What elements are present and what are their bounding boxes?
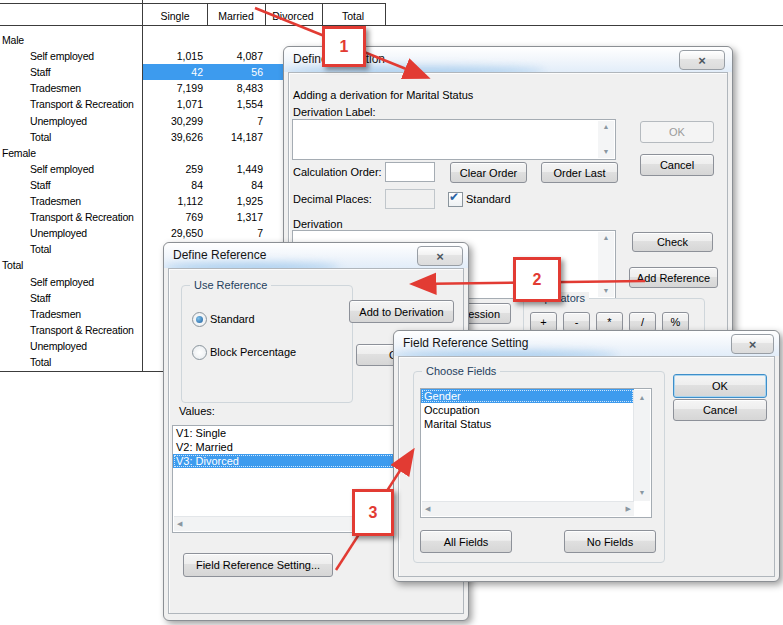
row-label: Total — [30, 129, 51, 145]
row-label: Total — [30, 241, 51, 257]
scroll-left-icon[interactable]: ◀ — [425, 503, 430, 515]
derivation-label-input[interactable]: ▲ ▼ — [292, 119, 616, 160]
add-reference-button[interactable]: Add Reference — [629, 267, 718, 288]
callout-box-1: 1 — [322, 26, 366, 67]
scroll-down-icon[interactable]: ▼ — [603, 285, 610, 297]
fields-list-item[interactable]: Marital Status — [421, 417, 634, 431]
check-icon: ✔ — [449, 190, 459, 204]
decimal-places-input[interactable] — [385, 189, 435, 209]
ok-button[interactable]: OK — [673, 374, 767, 398]
derivation-caption: Derivation — [293, 218, 343, 230]
vertical-scrollbar[interactable]: ▲ ▼ — [633, 390, 650, 501]
cell-married: 1,554 — [206, 96, 263, 112]
table-column-divider — [385, 3, 386, 25]
table-top-rule — [0, 3, 385, 4]
use-reference-caption: Use Reference — [190, 279, 271, 291]
block-percentage-radio[interactable] — [192, 345, 207, 360]
cell-single: 769 — [143, 209, 203, 225]
cell-married: 1,925 — [206, 193, 263, 209]
close-icon: × — [749, 337, 757, 352]
scroll-up-icon[interactable]: ▲ — [603, 232, 610, 244]
table-column-divider — [265, 3, 266, 25]
block-percentage-radio-label: Block Percentage — [210, 346, 296, 358]
cell-married: 4,087 — [206, 48, 263, 64]
standard-radio[interactable] — [192, 312, 207, 327]
calculation-order-input[interactable] — [385, 162, 435, 182]
cell-married: 56 — [206, 64, 263, 80]
callout-number: 1 — [340, 38, 349, 56]
column-header: Married — [218, 10, 254, 22]
check-button[interactable]: Check — [632, 232, 713, 252]
operator-percent-button[interactable]: % — [662, 312, 689, 332]
scroll-down-icon[interactable]: ▼ — [603, 146, 610, 158]
row-label: Male — [2, 32, 24, 48]
no-fields-button[interactable]: No Fields — [564, 530, 656, 553]
all-fields-button[interactable]: All Fields — [420, 530, 512, 553]
scroll-up-icon[interactable]: ▲ — [603, 121, 610, 133]
cell-single: 84 — [143, 177, 203, 193]
cell-single: 259 — [143, 161, 203, 177]
button-label: Cancel — [703, 404, 737, 416]
row-label: Staff — [30, 290, 50, 306]
callout-box-2: 2 — [513, 257, 561, 302]
cell-single: 30,299 — [143, 113, 203, 129]
column-header: Total — [342, 10, 364, 22]
row-label: Transport & Recreation — [30, 209, 134, 225]
column-header: Divorced — [272, 10, 313, 22]
close-button[interactable]: × — [417, 246, 463, 266]
operator-multiply-button[interactable]: * — [596, 312, 623, 332]
cell-married: 14,187 — [206, 129, 263, 145]
standard-radio-label: Standard — [210, 313, 255, 325]
fields-listbox[interactable]: GenderOccupationMarital Status ▲ ▼ ◀ ▶ — [420, 388, 652, 518]
operator-minus-button[interactable]: - — [563, 312, 590, 332]
use-reference-group: Use Reference — [181, 285, 353, 403]
cancel-button[interactable]: Cancel — [640, 154, 714, 176]
callout-box-3: 3 — [352, 489, 394, 536]
scroll-right-icon[interactable]: ▶ — [626, 503, 631, 515]
choose-fields-caption: Choose Fields — [422, 365, 500, 377]
cell-single: 1,015 — [143, 48, 203, 64]
ok-button[interactable]: OK — [640, 121, 714, 143]
scroll-up-icon[interactable]: ▲ — [639, 392, 646, 404]
fields-list-item[interactable]: Occupation — [421, 403, 634, 417]
add-to-derivation-button[interactable]: Add to Derivation — [349, 300, 454, 323]
cancel-button[interactable]: Cancel — [673, 399, 767, 421]
button-label: Clear Order — [460, 167, 517, 179]
order-last-button[interactable]: Order Last — [541, 162, 618, 183]
row-label: Self employed — [30, 161, 94, 177]
button-label: Add Reference — [637, 272, 710, 284]
callout-number: 2 — [533, 271, 542, 289]
horizontal-scrollbar[interactable]: ◀ ▶ — [422, 501, 634, 516]
scroll-left-icon[interactable]: ◀ — [177, 518, 182, 530]
field-reference-setting-window: Field Reference Setting × Choose Fields … — [393, 330, 780, 582]
standard-checkbox-label: Standard — [466, 193, 511, 205]
cell-single: 29,650 — [143, 225, 203, 241]
clear-order-button[interactable]: Clear Order — [450, 162, 527, 183]
close-button[interactable]: × — [679, 50, 725, 70]
cell-married: 84 — [206, 177, 263, 193]
cell-married: 7 — [206, 225, 263, 241]
cell-single: 7,199 — [143, 80, 203, 96]
button-label: OK — [669, 126, 685, 138]
cell-married: 1,449 — [206, 161, 263, 177]
field-reference-setting-button[interactable]: Field Reference Setting... — [183, 553, 333, 577]
textarea-scrollbar[interactable]: ▲ ▼ — [598, 121, 614, 158]
cell-married: 1,317 — [206, 209, 263, 225]
row-label: Transport & Recreation — [30, 96, 134, 112]
row-label: Total — [2, 257, 23, 273]
row-label: Unemployed — [30, 225, 87, 241]
close-button[interactable]: × — [731, 334, 774, 354]
standard-checkbox[interactable]: ✔ — [448, 192, 463, 207]
textarea-scrollbar[interactable]: ▲ ▼ — [598, 232, 614, 297]
row-label: Total — [30, 354, 51, 370]
button-label: Order Last — [554, 167, 606, 179]
row-label: Female — [2, 145, 36, 161]
decimal-places-caption: Decimal Places: — [293, 193, 372, 205]
operator-divide-button[interactable]: / — [629, 312, 656, 332]
scroll-down-icon[interactable]: ▼ — [639, 487, 646, 499]
callout-number: 3 — [369, 504, 378, 522]
cell-single: 1,071 — [143, 96, 203, 112]
fields-list-item[interactable]: Gender — [421, 389, 634, 403]
row-label: Unemployed — [30, 113, 87, 129]
operator-plus-button[interactable]: + — [530, 312, 557, 332]
